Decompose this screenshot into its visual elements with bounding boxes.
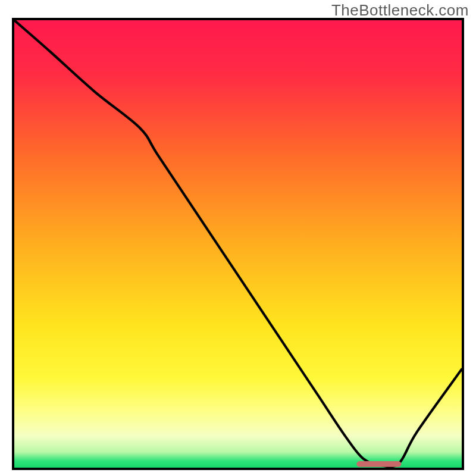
bottleneck-curve-line <box>14 20 462 466</box>
minimum-marker <box>356 461 401 467</box>
chart-stage: TheBottleneck.com <box>0 0 476 476</box>
plot-frame <box>12 18 464 470</box>
chart-overlay <box>14 20 462 468</box>
watermark-text: TheBottleneck.com <box>331 1 469 20</box>
